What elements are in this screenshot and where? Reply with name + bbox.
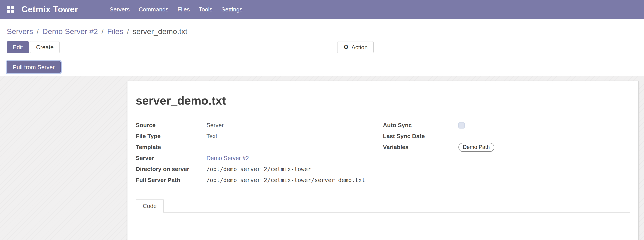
breadcrumb-link-demo-server[interactable]: Demo Server #2	[42, 27, 98, 36]
field-value-source: Server	[206, 122, 224, 129]
breadcrumb-link-servers[interactable]: Servers	[7, 27, 33, 36]
screen: Cetmix Tower Servers Commands Files Tool…	[0, 0, 644, 240]
breadcrumb-link-files[interactable]: Files	[107, 27, 124, 36]
field-label: Full Server Path	[136, 177, 206, 184]
field-value-cell	[454, 131, 630, 142]
field-label: Template	[136, 144, 206, 151]
field-groups: Source Server File Type Text Template Se…	[136, 120, 630, 186]
tab-code[interactable]: Code	[136, 200, 164, 213]
menu-item-tools[interactable]: Tools	[194, 0, 217, 19]
tab-content-code	[136, 213, 630, 240]
main-menu: Servers Commands Files Tools Settings	[105, 0, 247, 19]
apps-grid-square	[7, 6, 10, 9]
field-row-variables: Variables Demo Path	[383, 142, 630, 153]
field-label: Server	[136, 155, 206, 162]
auto-sync-checkbox	[458, 122, 465, 128]
field-value-server-link[interactable]: Demo Server #2	[206, 155, 249, 162]
notebook-tabs: Code	[136, 200, 630, 213]
create-button[interactable]: Create	[30, 41, 60, 53]
field-label: Last Sync Date	[383, 133, 454, 140]
field-row-auto-sync: Auto Sync	[383, 120, 630, 131]
field-label: File Type	[136, 133, 206, 140]
control-buttons-row: Edit Create ⚙ Action	[7, 41, 637, 53]
record-title: server_demo.txt	[136, 94, 630, 107]
breadcrumb-separator: /	[102, 27, 104, 36]
field-value-full-path: /opt/demo_server_2/cetmix-tower/server_d…	[206, 177, 365, 183]
top-navbar: Cetmix Tower Servers Commands Files Tool…	[0, 0, 644, 19]
form-sheet: server_demo.txt Source Server File Type …	[127, 81, 638, 240]
edit-button[interactable]: Edit	[7, 41, 29, 53]
field-row-source: Source Server	[136, 120, 383, 131]
field-row-last-sync-date: Last Sync Date	[383, 131, 630, 142]
variable-tag: Demo Path	[458, 143, 494, 152]
field-row-file-type: File Type Text	[136, 131, 383, 142]
field-value-file-type: Text	[206, 133, 217, 140]
breadcrumb-separator: /	[36, 27, 38, 36]
field-row-template: Template	[136, 142, 383, 153]
object-buttons-row: Pull from Server	[7, 61, 637, 73]
action-menu-button[interactable]: ⚙ Action	[337, 41, 374, 53]
field-row-full-path: Full Server Path /opt/demo_server_2/cetm…	[136, 175, 383, 186]
field-label: Auto Sync	[383, 122, 454, 129]
breadcrumb-current: server_demo.txt	[132, 27, 187, 36]
field-group-right: Auto Sync Last Sync Date Variables	[383, 120, 630, 186]
field-row-server: Server Demo Server #2	[136, 153, 383, 164]
breadcrumb: Servers / Demo Server #2 / Files / serve…	[7, 19, 637, 36]
field-group-left: Source Server File Type Text Template Se…	[136, 120, 383, 186]
field-label: Source	[136, 122, 206, 129]
app-brand[interactable]: Cetmix Tower	[22, 5, 78, 14]
menu-item-files[interactable]: Files	[173, 0, 194, 19]
menu-item-servers[interactable]: Servers	[105, 0, 134, 19]
apps-grid-square	[7, 10, 10, 13]
menu-item-commands[interactable]: Commands	[134, 0, 173, 19]
main-content: server_demo.txt Source Server File Type …	[0, 76, 644, 240]
gear-icon: ⚙	[343, 44, 349, 51]
control-panel: Servers / Demo Server #2 / Files / serve…	[0, 19, 644, 76]
field-label: Variables	[383, 144, 454, 151]
field-label: Directory on server	[136, 166, 206, 173]
field-value-cell: Demo Path	[454, 142, 630, 153]
apps-grid-square	[11, 10, 14, 13]
field-row-directory: Directory on server /opt/demo_server_2/c…	[136, 164, 383, 175]
pull-from-server-button[interactable]: Pull from Server	[7, 61, 60, 73]
menu-item-settings[interactable]: Settings	[217, 0, 247, 19]
breadcrumb-separator: /	[127, 27, 129, 36]
apps-grid-icon[interactable]	[7, 6, 14, 13]
apps-grid-square	[11, 6, 14, 9]
action-menu-label: Action	[352, 44, 368, 51]
field-value-directory: /opt/demo_server_2/cetmix-tower	[206, 166, 311, 172]
field-value-cell	[454, 120, 630, 131]
